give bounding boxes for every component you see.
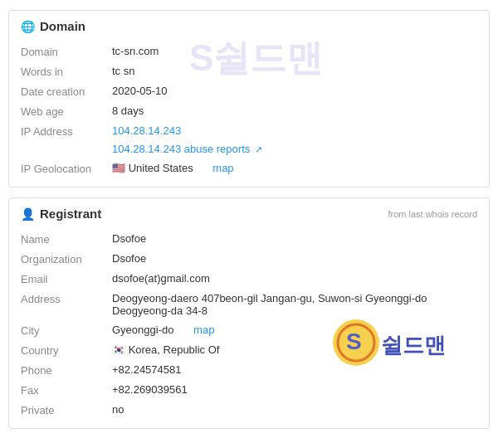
web-age-row: Web age 8 days: [21, 101, 477, 121]
fax-label: Fax: [21, 383, 112, 397]
korea-flag-icon: 🇰🇷: [112, 343, 125, 356]
city-label: City: [21, 324, 112, 337]
external-link-icon: ↗: [255, 144, 262, 154]
words-row: Words in tc sn: [21, 61, 477, 81]
organization-label: Organization: [21, 252, 112, 265]
name-value: Dsofoe: [112, 232, 477, 245]
user-icon: 👤: [21, 207, 35, 221]
ip-geolocation-row: IP Geolocation 🇺🇸 United States map: [21, 158, 477, 178]
country-name: United States: [129, 162, 193, 174]
organization-row: Organization Dsofoe: [21, 249, 477, 269]
phone-label: Phone: [21, 363, 112, 377]
private-value: no: [112, 403, 477, 416]
name-row: Name Dsofoe: [21, 229, 477, 249]
domain-row: Domain tc-sn.com: [21, 41, 477, 61]
whois-subtitle: from last whois record: [388, 209, 477, 219]
address-value: Deogyeong-daero 407beon-gil Jangan-gu, S…: [112, 292, 477, 317]
domain-title: Domain: [40, 19, 85, 33]
domain-section: S쉴드맨 🌐 Domain Domain tc-sn.com Words in …: [8, 10, 490, 187]
domain-section-header: 🌐 Domain: [21, 19, 477, 33]
web-age-value: 8 days: [112, 105, 477, 117]
domain-value: tc-sn.com: [112, 45, 477, 57]
country-name-text: Korea, Republic Of: [129, 343, 220, 356]
date-creation-row: Date creation 2020-05-10: [21, 81, 477, 101]
city-map-link[interactable]: map: [193, 324, 214, 336]
ip-address-row: IP Address 104.28.14.243: [21, 121, 477, 141]
email-row: Email dsofoe(at)gmail.com: [21, 269, 477, 289]
address-label: Address: [21, 292, 112, 305]
abuse-link[interactable]: 104.28.14.243 abuse reports ↗: [112, 143, 262, 155]
country-value: 🇰🇷 Korea, Republic Of: [112, 343, 477, 356]
city-text: Gyeonggi-do: [112, 324, 173, 336]
abuse-link-text: 104.28.14.243 abuse reports: [112, 143, 250, 155]
country-label: Country: [21, 343, 112, 357]
registrant-section-header: 👤 Registrant from last whois record: [21, 207, 477, 221]
email-label: Email: [21, 272, 112, 285]
date-creation-label: Date creation: [21, 85, 112, 98]
city-value: Gyeonggi-do map: [112, 324, 477, 336]
domain-label: Domain: [21, 45, 112, 58]
geolocation-map-link[interactable]: map: [212, 162, 233, 174]
registrant-section: S 쉴드맨 👤 Registrant from last whois recor…: [8, 197, 490, 429]
country-row: Country 🇰🇷 Korea, Republic Of: [21, 340, 477, 360]
fax-row: Fax +82.269039561: [21, 380, 477, 400]
address-row: Address Deogyeong-daero 407beon-gil Jang…: [21, 289, 477, 320]
private-label: Private: [21, 403, 112, 416]
phone-value: +82.24574581: [112, 363, 477, 376]
us-flag-icon: 🇺🇸: [112, 162, 125, 174]
private-row: Private no: [21, 400, 477, 420]
date-creation-value: 2020-05-10: [112, 85, 477, 97]
words-label: Words in: [21, 65, 112, 78]
name-label: Name: [21, 232, 112, 246]
ip-geolocation-value: 🇺🇸 United States map: [112, 162, 477, 174]
globe-icon: 🌐: [21, 20, 35, 33]
organization-value: Dsofoe: [112, 252, 477, 265]
web-age-label: Web age: [21, 105, 112, 118]
abuse-link-row: 104.28.14.243 abuse reports ↗: [21, 143, 477, 158]
registrant-title: Registrant: [40, 207, 101, 221]
ip-address-link[interactable]: 104.28.14.243: [112, 124, 181, 137]
phone-row: Phone +82.24574581: [21, 360, 477, 380]
ip-address-label: IP Address: [21, 124, 112, 138]
email-value: dsofoe(at)gmail.com: [112, 272, 477, 285]
ip-address-value[interactable]: 104.28.14.243: [112, 124, 477, 137]
words-value: tc sn: [112, 65, 477, 77]
city-row: City Gyeonggi-do map: [21, 320, 477, 340]
fax-value: +82.269039561: [112, 383, 477, 396]
ip-geolocation-label: IP Geolocation: [21, 162, 112, 175]
